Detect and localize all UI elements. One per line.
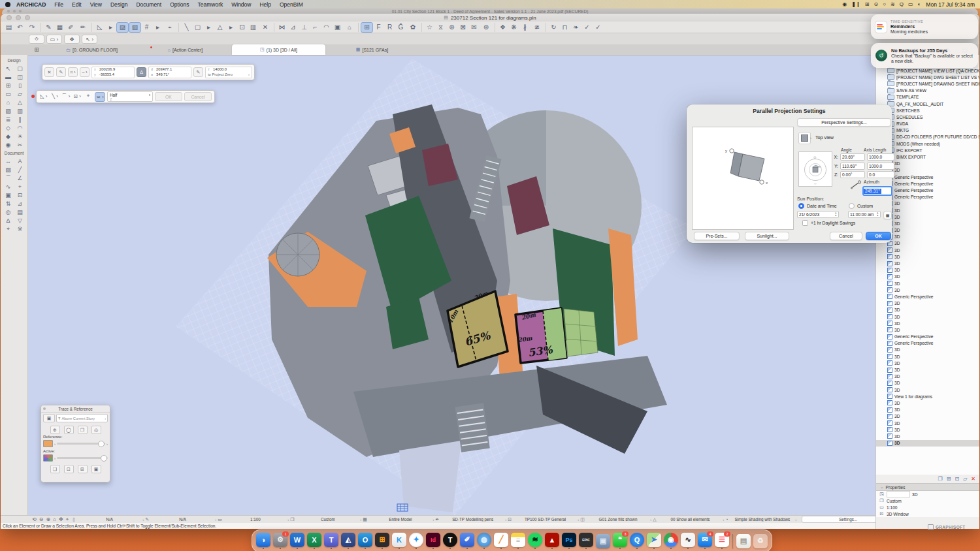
elevation-icon[interactable]: ✎ — [193, 67, 203, 77]
navigator-item[interactable]: TEMPLATE — [876, 94, 979, 101]
tab-action-center[interactable]: ⌂ [Action Center] — [139, 44, 232, 55]
move-reference-icon[interactable]: ❏ — [50, 465, 60, 473]
rotate-reference-icon[interactable]: ⊡ — [64, 465, 74, 473]
dock-excel[interactable]: X — [306, 533, 322, 550]
open-settings-icon[interactable]: ⊡ — [955, 476, 959, 482]
time-stepper[interactable]: ▲▼ — [876, 212, 879, 217]
navigator-item[interactable]: 3D — [876, 433, 979, 439]
offset-icon[interactable]: ≍ › — [95, 92, 105, 102]
custom-radio[interactable] — [849, 203, 855, 209]
segment-override[interactable]: ✎ N/A › — [145, 517, 218, 522]
angle-field[interactable]: 0.00° — [840, 171, 865, 178]
angle-value[interactable]: 349.71° — [156, 72, 169, 78]
compass-icon[interactable]: ◎ — [91, 426, 101, 434]
navigator-item[interactable]: [PROJECT NAME] DRAWING SHEET INDEX — [876, 80, 979, 87]
rebuild-icon[interactable]: ↻ — [548, 23, 559, 32]
dimension-tool-icon[interactable]: ↔ — [3, 157, 14, 165]
cancel-button[interactable]: Cancel — [830, 232, 862, 240]
menu-item[interactable]: Window — [231, 1, 251, 8]
hourglass-icon[interactable]: ⧖ — [435, 23, 446, 32]
method-dropdown[interactable]: Half› 2 — [107, 91, 153, 102]
menu-item[interactable]: Options — [170, 1, 189, 8]
dock-orange-pen-app[interactable]: ╱ — [493, 533, 509, 550]
shell-tool-icon[interactable]: ◠ — [14, 123, 26, 132]
magic-wand-icon[interactable]: ⊡ — [237, 23, 248, 32]
coordinate-xy[interactable]: x200206.9 y-36333.4 — [91, 67, 135, 78]
new-folder-icon[interactable]: ▱ — [963, 476, 967, 482]
x-coordinate[interactable]: 200206.9 — [99, 67, 115, 72]
tiles-icon[interactable]: ⊞ — [865, 1, 870, 7]
column-tool-icon[interactable]: ▯ — [14, 81, 26, 89]
cursor-icon[interactable]: ↖ › — [82, 35, 97, 44]
text-tool-icon[interactable]: A — [14, 157, 26, 165]
reference-level[interactable]: to Project Zero — [208, 72, 233, 78]
arc-tool-icon[interactable]: ⌒ — [3, 174, 14, 182]
calendar-button[interactable]: ▦ — [883, 211, 892, 219]
pan-icon[interactable]: ✥ — [59, 516, 63, 523]
dock-epic-games[interactable]: EPIC — [578, 533, 594, 550]
pick-reference-icon[interactable]: ⊕ — [50, 426, 60, 434]
id-field[interactable] — [887, 491, 910, 497]
menu-item[interactable]: OpenBIM — [280, 1, 303, 8]
dock-teams[interactable]: T — [323, 533, 339, 550]
navigator-item[interactable]: 3D — [876, 440, 979, 447]
navigator-item[interactable]: 3D — [876, 353, 979, 360]
check-icon[interactable]: ✓ — [593, 23, 604, 32]
check-icon[interactable]: ✓ — [581, 23, 593, 32]
dock-notes[interactable]: ≡ — [510, 533, 526, 550]
chevron-down-icon[interactable]: ▸ — [105, 23, 116, 32]
background-traffic-lights[interactable] — [7, 10, 22, 12]
pick-up-parameters-icon[interactable]: ✐ — [65, 23, 76, 32]
dock-black-t-app[interactable]: T — [442, 533, 458, 550]
dock-reminders[interactable]: ☰ 2 — [714, 533, 730, 550]
ok-button[interactable]: OK — [866, 232, 891, 240]
navigator-item[interactable]: 3D — [876, 420, 979, 426]
marquee-icon[interactable]: ▢ — [192, 23, 203, 32]
orbit-icon[interactable]: ⟲ — [32, 516, 37, 523]
daylight-savings-checkbox[interactable] — [802, 220, 808, 226]
worksheet-tool-icon[interactable]: ▤ — [14, 208, 26, 216]
camera-tool-icon[interactable]: ◉ — [3, 140, 14, 149]
presets-button[interactable]: Pre-Sets... — [694, 232, 740, 240]
stage-manager-icon[interactable]: ❚❙ — [851, 1, 860, 7]
close-icon[interactable]: ✕ — [44, 67, 54, 77]
display-icon[interactable]: ▭ — [908, 1, 913, 7]
corner-icon[interactable]: ⌐ — [310, 23, 321, 32]
line-mode-icon[interactable]: ╲ › — [50, 92, 59, 101]
segment-pen[interactable]: ▯ N/A › — [73, 517, 145, 522]
tab-3d-all[interactable]: ◳ (1) 3D [3D / All] — [232, 44, 325, 55]
figure-tool-icon[interactable]: ▣ — [3, 191, 14, 199]
grid-icon[interactable]: ⊞ — [361, 22, 373, 33]
measure-icon[interactable]: ⊿ — [287, 23, 299, 32]
navigator-item[interactable]: 3D — [876, 280, 979, 287]
line-tool-icon[interactable]: ╱ — [14, 165, 26, 174]
coordinate-z[interactable]: z14000.0 to Project Zero› — [205, 67, 252, 78]
layers-icon[interactable]: ▧ — [129, 22, 141, 33]
active-color-swatch[interactable] — [43, 454, 53, 462]
tab-ground-floor[interactable]: 🗀 [0. GROUND FLOOR] — [45, 44, 139, 55]
menu-clock[interactable]: Mon 17 Jul 9:34 am — [926, 1, 975, 8]
menu-item[interactable]: Document — [136, 1, 161, 8]
sunlight-button[interactable]: Sunlight... — [745, 232, 789, 240]
dock-minimized-window[interactable]: ▣ — [595, 534, 611, 548]
clone-icon[interactable]: ❐ — [938, 476, 943, 482]
projection-preview[interactable]: y x — [692, 127, 794, 230]
navigator-item[interactable]: SAVE AS VIEW — [876, 87, 979, 94]
time-input[interactable]: 11:00:00 am ▲▼ — [848, 211, 881, 218]
date-time-radio[interactable] — [798, 203, 804, 209]
delete-icon[interactable]: ✕ — [971, 476, 975, 482]
explore-icon[interactable]: ⌖ — [66, 516, 69, 523]
menu-item[interactable]: Help — [259, 1, 270, 8]
menu-item[interactable]: Edit — [72, 1, 82, 8]
delete-icon[interactable]: ⊠ — [457, 23, 468, 32]
navigator-item[interactable]: 3D — [876, 307, 979, 313]
dock-calculator[interactable]: ⊞ — [374, 533, 390, 550]
box-icon[interactable]: ▣ — [332, 23, 343, 32]
dock-quicktime[interactable]: Q — [629, 533, 645, 550]
dock-google-earth[interactable]: ◍ — [476, 533, 492, 550]
backup-notification[interactable]: ↺ No Backups for 255 Days Check that "Ba… — [871, 43, 978, 68]
dock-white-curve-app[interactable]: ∿ — [680, 533, 696, 550]
trace-toggle-icon[interactable]: ▣ — [43, 414, 55, 422]
traffic-lights[interactable] — [7, 15, 30, 20]
grid-snap-icon[interactable]: # — [141, 23, 152, 32]
